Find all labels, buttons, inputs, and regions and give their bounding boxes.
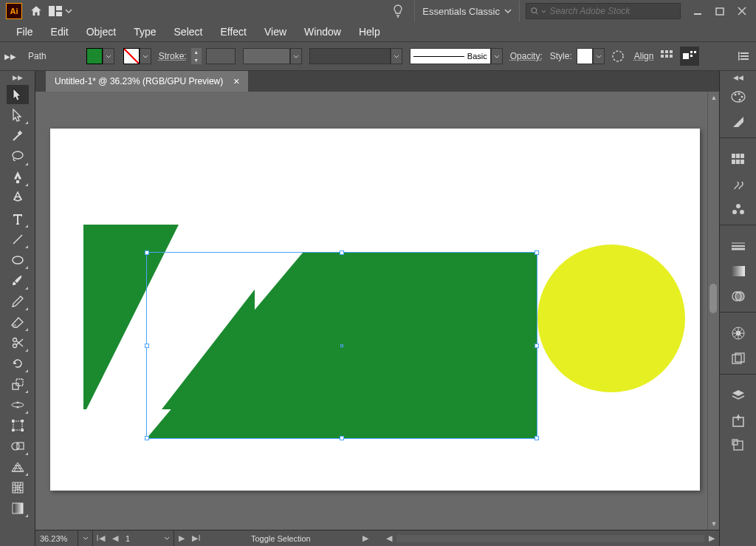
- layers-panel-icon[interactable]: [727, 385, 749, 406]
- horizontal-scrollbar[interactable]: [396, 535, 704, 542]
- first-artboard-icon[interactable]: I◀: [93, 530, 108, 546]
- graphic-style-swatch[interactable]: [577, 48, 593, 64]
- pencil-tool[interactable]: [7, 292, 29, 311]
- stroke-dropdown[interactable]: [140, 48, 151, 64]
- color-panel-icon[interactable]: [727, 86, 749, 107]
- ellipse-tool[interactable]: [7, 250, 29, 270]
- control-bar-more-icon[interactable]: [734, 47, 753, 66]
- vertical-scroll-thumb[interactable]: [709, 284, 717, 313]
- vertical-scrollbar[interactable]: ▲ ▼: [707, 92, 719, 530]
- recolor-artwork-icon[interactable]: [609, 47, 627, 65]
- eraser-tool[interactable]: [7, 313, 29, 332]
- search-stock-input[interactable]: [549, 6, 676, 16]
- scroll-up-icon[interactable]: ▲: [708, 92, 719, 103]
- rotate-tool[interactable]: [7, 354, 29, 373]
- stroke-weight-stepper[interactable]: ▲▼: [191, 48, 202, 64]
- menu-object[interactable]: Object: [78, 24, 125, 40]
- document-tab[interactable]: Untitled-1* @ 36.23% (RGB/GPU Preview) ×: [46, 71, 248, 92]
- search-stock-field[interactable]: [526, 3, 681, 19]
- scale-tool[interactable]: [7, 375, 29, 394]
- selection-handle-sw[interactable]: [145, 436, 149, 440]
- type-tool[interactable]: [7, 209, 29, 228]
- perspective-grid-tool[interactable]: [7, 457, 29, 477]
- next-artboard-icon[interactable]: ▶: [174, 530, 189, 546]
- selection-handle-ne[interactable]: [535, 250, 539, 255]
- last-artboard-icon[interactable]: ▶I: [189, 530, 204, 546]
- brush-profile[interactable]: Basic: [410, 48, 491, 64]
- selection-handle-e[interactable]: [535, 344, 539, 348]
- brush-definition[interactable]: [309, 48, 391, 64]
- stroke-swatch[interactable]: [123, 48, 140, 64]
- selection-handle-s[interactable]: [340, 436, 344, 440]
- graphic-style-dropdown[interactable]: [593, 48, 605, 64]
- appearance-panel-icon[interactable]: [727, 323, 749, 344]
- selection-handle-se[interactable]: [535, 436, 539, 440]
- brush-profile-dropdown[interactable]: [491, 48, 503, 64]
- curvature-tool[interactable]: [7, 188, 29, 208]
- fill-swatch[interactable]: [86, 48, 103, 64]
- minimize-button[interactable]: [687, 1, 709, 21]
- artboard-dropdown[interactable]: [159, 530, 174, 546]
- close-button[interactable]: [731, 1, 753, 21]
- free-transform-tool[interactable]: [7, 416, 29, 435]
- menu-type[interactable]: Type: [125, 24, 165, 40]
- control-bar-menu-icon[interactable]: ▶▶: [3, 52, 18, 61]
- selection-handle-nw[interactable]: [145, 250, 149, 255]
- panels-expand-icon[interactable]: ◀◀: [720, 71, 756, 84]
- menu-window[interactable]: Window: [295, 24, 350, 40]
- artboard[interactable]: [50, 129, 700, 491]
- asset-export-panel-icon[interactable]: [727, 410, 749, 431]
- artboard-number-field[interactable]: 1: [123, 534, 159, 543]
- mesh-tool[interactable]: [7, 478, 29, 497]
- gradient-tool[interactable]: [7, 499, 29, 518]
- selection-handle-n[interactable]: [340, 250, 344, 255]
- brush-definition-dropdown[interactable]: [391, 48, 402, 64]
- paintbrush-tool[interactable]: [7, 271, 29, 290]
- gradient-panel-icon[interactable]: [727, 261, 749, 281]
- align-options-icon[interactable]: [658, 47, 676, 65]
- selection-bounding-box[interactable]: [146, 252, 537, 439]
- graphic-styles-panel-icon[interactable]: [727, 348, 749, 369]
- direct-selection-tool[interactable]: [7, 106, 29, 125]
- zoom-level-field[interactable]: 36.23%: [35, 530, 78, 546]
- scroll-left-icon[interactable]: ◀: [382, 530, 396, 546]
- artboards-panel-icon[interactable]: [727, 435, 749, 456]
- arrange-documents-icon[interactable]: [46, 6, 75, 16]
- fill-dropdown[interactable]: [103, 48, 114, 64]
- selection-handle-w[interactable]: [145, 344, 149, 348]
- maximize-button[interactable]: [709, 1, 731, 21]
- color-guide-panel-icon[interactable]: [727, 112, 749, 132]
- shape-circle[interactable]: [537, 245, 685, 392]
- menu-view[interactable]: View: [255, 24, 295, 40]
- scroll-down-icon[interactable]: ▼: [708, 518, 719, 530]
- canvas[interactable]: [35, 92, 707, 530]
- workspace-switcher[interactable]: Essentials Classic: [414, 1, 520, 21]
- menu-effect[interactable]: Effect: [211, 24, 255, 40]
- zoom-dropdown[interactable]: [78, 530, 93, 546]
- status-menu-icon[interactable]: ▶: [358, 530, 373, 546]
- tab-close-icon[interactable]: ×: [233, 75, 239, 87]
- menu-file[interactable]: File: [7, 24, 42, 40]
- symbols-panel-icon[interactable]: [727, 199, 749, 219]
- pen-tool[interactable]: [7, 168, 29, 187]
- menu-edit[interactable]: Edit: [42, 24, 78, 40]
- stroke-panel-icon[interactable]: [727, 236, 749, 256]
- variable-width-profile[interactable]: [243, 48, 290, 64]
- width-tool[interactable]: [7, 395, 29, 414]
- magic-wand-tool[interactable]: [7, 126, 29, 146]
- swatches-panel-icon[interactable]: [727, 149, 749, 169]
- lasso-tool[interactable]: [7, 147, 29, 166]
- prev-artboard-icon[interactable]: ◀: [108, 530, 123, 546]
- variable-width-dropdown[interactable]: [290, 48, 302, 64]
- line-segment-tool[interactable]: [7, 230, 29, 249]
- discover-icon[interactable]: [392, 4, 414, 18]
- selection-tool[interactable]: [7, 85, 29, 104]
- menu-help[interactable]: Help: [350, 24, 389, 40]
- menu-select[interactable]: Select: [165, 24, 212, 40]
- shape-builder-tool[interactable]: [7, 437, 29, 456]
- stroke-weight-field[interactable]: [206, 48, 236, 64]
- tools-expand-icon[interactable]: ▶▶: [0, 71, 35, 84]
- scroll-right-icon[interactable]: ▶: [704, 530, 719, 546]
- isolate-icon[interactable]: [680, 47, 699, 66]
- transparency-panel-icon[interactable]: [727, 286, 749, 307]
